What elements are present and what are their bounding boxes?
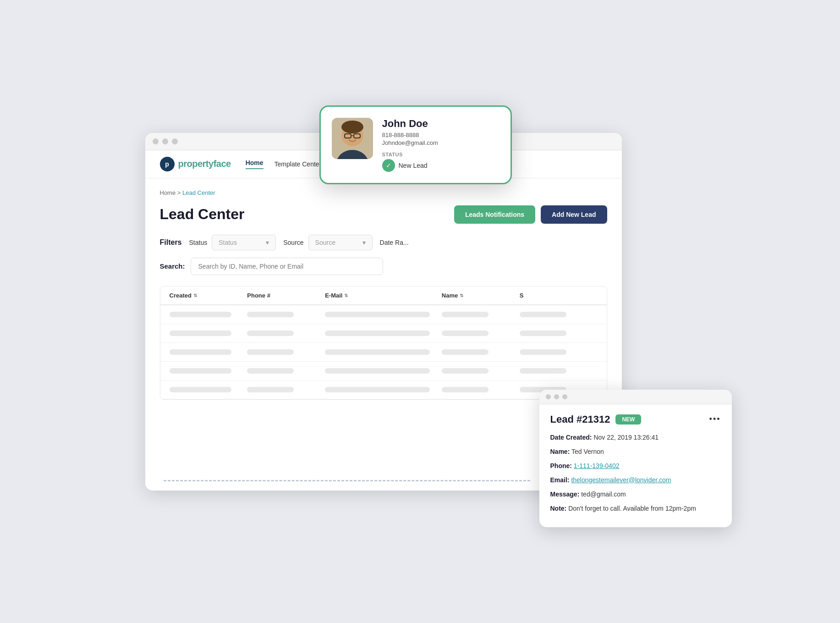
profile-email: Johndoe@gmail.com (382, 139, 500, 146)
lead-email-link[interactable]: thelongestemailever@lonvider.com (571, 476, 671, 484)
lead-detail-card: Lead #21312 NEW ••• Date Created: Nov 22… (539, 390, 732, 527)
nav-links: Home Template Center ▾ (246, 159, 327, 169)
filters-row: Filters Status Status ▾ Source Source ▾ (160, 235, 607, 250)
col-status: S (520, 292, 598, 299)
skeleton-cell (170, 312, 232, 317)
search-row: Search: (160, 258, 607, 275)
date-range-group: Date Ra... (380, 239, 409, 246)
profile-phone: 818-888-8888 (382, 132, 500, 138)
skeleton-cell (325, 368, 430, 374)
lead-note: Note: Don't forget to call. Available fr… (550, 504, 721, 513)
skeleton-cell (247, 368, 294, 374)
table-header: Created ⇅ Phone # E-Mail ⇅ Name ⇅ (160, 287, 607, 305)
page-header: Lead Center Leads Notifications Add New … (160, 205, 607, 224)
lead-email: Email: thelongestemailever@lonvider.com (550, 475, 721, 485)
skeleton-cell (247, 349, 294, 355)
skeleton-cell (442, 312, 489, 317)
dashed-line (164, 480, 530, 481)
sort-icon: ⇅ (460, 293, 463, 298)
lead-phone: Phone: 1-111-139-0402 (550, 461, 721, 471)
skeleton-cell (247, 312, 294, 317)
profile-card: John Doe 818-888-8888 Johndoe@gmail.com … (319, 105, 512, 184)
nav-home[interactable]: Home (246, 159, 264, 169)
skeleton-cell (325, 349, 430, 355)
card-content: Lead #21312 NEW ••• Date Created: Nov 22… (539, 404, 732, 527)
chevron-down-icon: ▾ (266, 239, 269, 246)
lead-name: Name: Ted Vernon (550, 447, 721, 457)
skeleton-cell (247, 387, 294, 392)
status-check-icon: ✓ (382, 159, 395, 172)
skeleton-cell (442, 349, 489, 355)
lead-message: Message: ted@gmail.com (550, 490, 721, 499)
lead-number: Lead #21312 (550, 413, 610, 425)
skeleton-cell (170, 349, 232, 355)
skeleton-cell (170, 331, 232, 336)
header-buttons: Leads Notifications Add New Lead (454, 205, 607, 224)
lead-badge: NEW (615, 414, 641, 425)
skeleton-cell (520, 349, 566, 355)
skeleton-cell (325, 387, 430, 392)
profile-name: John Doe (382, 118, 500, 130)
traffic-light-red (153, 138, 159, 144)
profile-info: John Doe 818-888-8888 Johndoe@gmail.com … (382, 118, 500, 172)
source-filter-select[interactable]: Source ▾ (308, 235, 373, 250)
col-name: Name ⇅ (442, 292, 520, 299)
card-traffic-1 (546, 394, 551, 399)
source-filter-group: Source Source ▾ (283, 235, 372, 250)
search-label: Search: (160, 262, 185, 270)
card-traffic-2 (554, 394, 559, 399)
breadcrumb: Home > Lead Center (160, 189, 607, 196)
browser-content: p propertyface Home Template Center ▾ (145, 150, 622, 411)
logo-icon: p (160, 157, 175, 171)
sort-icon: ⇅ (344, 293, 348, 298)
card-titlebar (539, 390, 732, 404)
filters-label: Filters (160, 238, 182, 247)
logo-area: p propertyface (160, 157, 231, 171)
more-options-icon[interactable]: ••• (709, 414, 721, 424)
skeleton-cell (442, 368, 489, 374)
leads-table: Created ⇅ Phone # E-Mail ⇅ Name ⇅ (160, 286, 607, 400)
skeleton-cell (520, 331, 566, 336)
sort-icon: ⇅ (193, 293, 197, 298)
col-phone: Phone # (247, 292, 325, 299)
skeleton-cell (325, 312, 430, 317)
skeleton-cell (170, 387, 232, 392)
table-row[interactable] (160, 343, 607, 362)
lead-date-created: Date Created: Nov 22, 2019 13:26:41 (550, 433, 721, 442)
leads-notifications-button[interactable]: Leads Notifications (454, 205, 535, 224)
nav-template-center[interactable]: Template Center ▾ (275, 160, 327, 168)
profile-status: STATUS ✓ New Lead (382, 152, 500, 172)
table-row[interactable] (160, 305, 607, 324)
date-range-label: Date Ra... (380, 239, 409, 246)
status-filter-select[interactable]: Status ▾ (212, 235, 276, 250)
table-row[interactable] (160, 324, 607, 343)
traffic-light-yellow (162, 138, 168, 144)
skeleton-cell (442, 331, 489, 336)
col-email: E-Mail ⇅ (325, 292, 442, 299)
page-title: Lead Center (160, 206, 245, 223)
skeleton-cell (520, 312, 566, 317)
skeleton-cell (520, 368, 566, 374)
card-traffic-3 (562, 394, 567, 399)
add-new-lead-button[interactable]: Add New Lead (541, 205, 607, 224)
source-filter-label: Source (283, 239, 303, 246)
traffic-light-green (172, 138, 178, 144)
col-created: Created ⇅ (170, 292, 247, 299)
skeleton-cell (247, 331, 294, 336)
status-filter-label: Status (189, 239, 208, 246)
lead-header: Lead #21312 NEW ••• (550, 413, 721, 425)
lead-phone-link[interactable]: 1-111-139-0402 (574, 462, 620, 469)
status-label: STATUS (382, 152, 428, 157)
chevron-down-icon: ▾ (362, 239, 366, 246)
skeleton-cell (325, 331, 430, 336)
search-input[interactable] (191, 258, 383, 275)
status-value: New Lead (399, 162, 428, 169)
status-filter-group: Status Status ▾ (189, 235, 276, 250)
skeleton-cell (442, 387, 489, 392)
skeleton-cell (170, 368, 232, 374)
svg-point-3 (341, 121, 363, 133)
page-content: Home > Lead Center Lead Center Leads Not… (145, 178, 622, 411)
logo-text: propertyface (178, 159, 231, 169)
table-row[interactable] (160, 362, 607, 380)
profile-avatar (332, 118, 373, 159)
